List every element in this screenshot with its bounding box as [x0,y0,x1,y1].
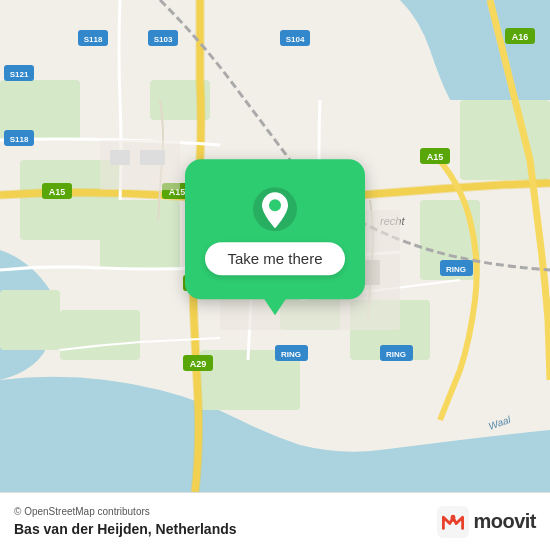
moovit-text: moovit [473,510,536,533]
svg-rect-3 [0,290,60,350]
svg-rect-52 [110,150,130,165]
svg-text:RING: RING [446,265,466,274]
svg-text:A29: A29 [190,359,207,369]
svg-rect-10 [100,200,180,270]
app: A15 A15 A15 A29 A29 A16 S121 S118 S118 S… [0,0,550,550]
map-container: A15 A15 A15 A29 A29 A16 S121 S118 S118 S… [0,0,550,492]
osm-attribution: © OpenStreetMap contributors [14,506,237,517]
moovit-brand-icon [437,506,469,538]
svg-text:RING: RING [386,350,406,359]
svg-text:S121: S121 [10,70,29,79]
svg-text:RING: RING [281,350,301,359]
svg-rect-8 [460,100,550,180]
popup-card: Take me there [175,159,375,299]
svg-text:S104: S104 [286,35,305,44]
moovit-logo: moovit [437,506,536,538]
svg-rect-4 [60,310,140,360]
footer: © OpenStreetMap contributors Bas van der… [0,492,550,550]
svg-text:S118: S118 [84,35,103,44]
svg-text:A15: A15 [49,187,66,197]
location-pin-icon [250,184,300,234]
take-me-there-button[interactable]: Take me there [205,242,344,275]
svg-text:A15: A15 [427,152,444,162]
svg-rect-53 [140,150,165,165]
footer-left: © OpenStreetMap contributors Bas van der… [14,506,237,537]
svg-text:S118: S118 [10,135,29,144]
popup-bubble: Take me there [185,159,365,299]
svg-text:A16: A16 [512,32,529,42]
svg-text:S103: S103 [154,35,173,44]
svg-point-55 [269,199,281,211]
location-name: Bas van der Heijden, Netherlands [14,521,237,537]
